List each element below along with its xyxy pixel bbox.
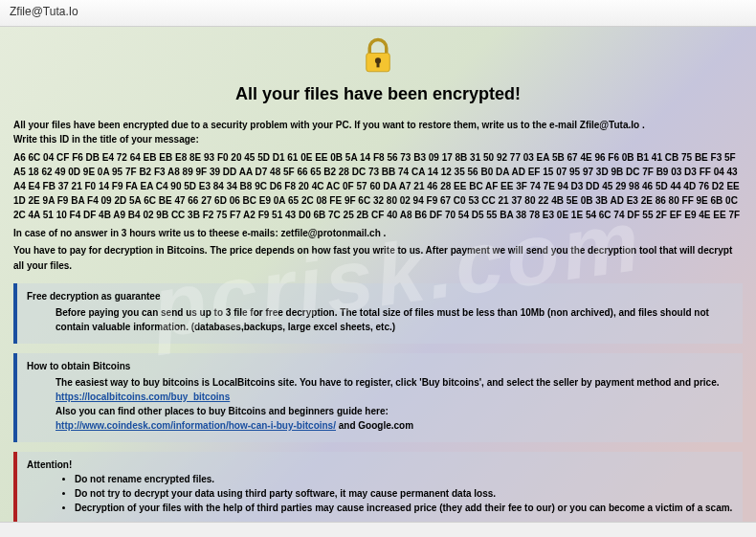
btc-line1: The easiest way to buy bitcoins is Local… bbox=[56, 377, 719, 388]
attn-item: Do not rename encrypted files. bbox=[75, 474, 733, 484]
lock-icon bbox=[358, 36, 398, 77]
intro-email: Zfile@Tuta.Io bbox=[580, 120, 639, 130]
page-title: All your files have been encrypted! bbox=[13, 84, 743, 104]
pay-line: You have to pay for decryption in Bitcoi… bbox=[13, 243, 743, 274]
panel-btc-title: How to obtain Bitcoins bbox=[27, 361, 733, 371]
panel-bitcoins: How to obtain Bitcoins The easiest way t… bbox=[13, 353, 743, 442]
intro-post: . bbox=[642, 120, 645, 130]
panel-attention: Attention! Do not rename encrypted files… bbox=[13, 452, 743, 522]
id-line-label: Write this ID in the title of your messa… bbox=[13, 134, 199, 145]
window-title: Zfile@Tuta.Io bbox=[10, 5, 78, 18]
panel-btc-body: The easiest way to buy bitcoins is Local… bbox=[27, 375, 733, 433]
noanswer-line: In case of no answer in 3 hours write us… bbox=[13, 226, 743, 241]
content-area: pcrisk.com All your files have been encr… bbox=[0, 27, 756, 522]
attn-item: Do not try to decrypt your data using th… bbox=[75, 488, 733, 499]
btc-line2: Also you can find other places to buy Bi… bbox=[56, 406, 389, 416]
attn-item: Decryption of your files with the help o… bbox=[75, 503, 733, 513]
btc-link2[interactable]: http://www.coindesk.com/information/how-… bbox=[56, 420, 336, 431]
panel-attn-title: Attention! bbox=[27, 459, 733, 470]
panel-free-title: Free decryption as guarantee bbox=[27, 291, 733, 302]
intro-text: All your files have been encrypted due t… bbox=[13, 118, 743, 146]
noanswer-post: . bbox=[384, 228, 387, 238]
lock-icon-wrap bbox=[13, 36, 743, 78]
statusbar bbox=[0, 522, 756, 537]
panel-free-body: Before paying you can send us up to 3 fi… bbox=[27, 305, 733, 334]
window-titlebar: Zfile@Tuta.Io bbox=[0, 0, 756, 27]
noanswer-email: zetfile@protonmail.ch bbox=[281, 228, 381, 238]
attn-list: Do not rename encrypted files. Do not tr… bbox=[27, 474, 733, 513]
noanswer-pre: In case of no answer in 3 hours write us… bbox=[13, 228, 281, 238]
svg-rect-2 bbox=[377, 61, 380, 67]
intro-pre: All your files have been encrypted due t… bbox=[13, 120, 580, 130]
btc-line2-post: and Google.com bbox=[339, 420, 413, 431]
btc-link1[interactable]: https://localbitcoins.com/buy_bitcoins bbox=[56, 392, 230, 402]
panel-free-decryption: Free decryption as guarantee Before payi… bbox=[13, 283, 743, 344]
hex-id: A6 6C 04 CF F6 DB E4 72 64 EB EB E8 8E 9… bbox=[13, 150, 743, 222]
